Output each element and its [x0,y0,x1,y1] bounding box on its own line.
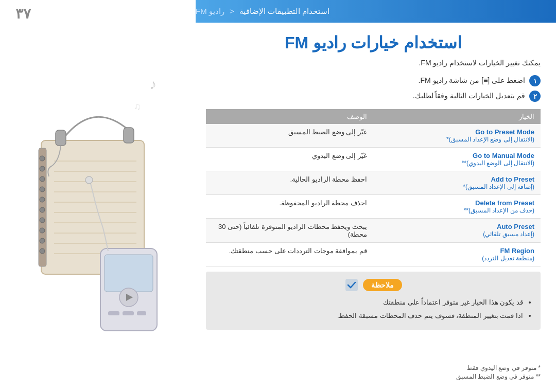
desc-cell: غيّر إلى وضع الضبط المسبق [206,124,373,148]
option-cell: Add to Preset(إضافة إلى الإعداد المسبق)* [373,171,541,195]
table-row: Go to Manual Mode(الانتقال إلى الوضع الي… [206,148,541,171]
page-number: ٣٧ [15,5,31,22]
breadcrumb-right: استخدام التطبيقات الإضافية [239,7,329,15]
option-name: Go to Manual Mode [379,152,534,159]
option-cell: Go to Manual Mode(الانتقال إلى الوضع الي… [373,148,541,171]
illustration-area: ♪ ♫ [0,23,196,392]
option-sub: (حذف من الإعداد المسبق)** [379,207,534,214]
table-body: Go to Preset Mode(الانتقال إلى وضع الإعد… [206,124,541,266]
main-content: استخدام خيارات راديو FM يمكنك تغيير الخي… [196,23,556,340]
svg-point-8 [40,197,45,202]
option-sub: (إضافة إلى الإعداد المسبق)* [379,183,534,190]
subtitle: يمكنك تغيير الخيارات لاستخدام راديو FM. [206,59,541,67]
header-desc: الوصف [206,109,373,124]
table-row: Auto Preset(إعداد مسبق تلقائي)يبحث ويحفظ… [206,219,541,243]
step-1-num: ١ [529,75,541,86]
table-row: FM Region(منطقة تعديل التردد)قم بموافقة … [206,243,541,266]
desc-cell: غيّر إلى وضع اليدوي [206,148,373,171]
svg-rect-34 [345,279,358,291]
svg-point-9 [40,207,45,212]
note-checkmark-icon [344,278,359,292]
option-sub: (إعداد مسبق تلقائي) [379,230,534,238]
svg-point-7 [40,187,45,192]
svg-rect-24 [56,130,66,146]
svg-rect-31 [123,311,134,315]
footer-note-1: * متوفر في وضع اليدوي فقط [456,364,541,371]
note-badge: ملاحظة [363,279,402,291]
desc-cell: يبحث ويحفظ محطات الراديو المتوفرة تلقائي… [206,219,373,243]
table-header: الخيار الوصف [206,109,541,124]
option-name: Add to Preset [379,175,534,183]
table-row: Add to Preset(إضافة إلى الإعداد المسبق)*… [206,171,541,195]
option-sub: (منطقة تعديل التردد) [379,255,534,262]
svg-point-13 [40,248,45,254]
note-box: ملاحظة قد يكون هذا الخيار غير متوفر اعتم… [206,272,541,330]
option-name: FM Region [379,247,534,255]
note-list: قد يكون هذا الخيار غير متوفر اعتماداً عل… [213,297,533,320]
svg-point-4 [40,156,45,161]
desc-cell: احفظ محطة الراديو الحالية. [206,171,373,195]
option-sub: (الانتقال إلى الوضع اليدوي)** [379,159,534,167]
header-option: الخيار [373,109,541,124]
step-2-text: قم بتعديل الخيارات التالية وفقاً لطلبك. [413,91,525,101]
svg-text:♫: ♫ [134,101,141,112]
option-name: Go to Preset Mode [379,128,534,136]
option-cell: FM Region(منطقة تعديل التردد) [373,243,541,266]
step-2-num: ٢ [529,91,541,102]
footer-note-2: ** متوفر في وضع الضبط المسبق [456,373,541,380]
note-header: ملاحظة [213,278,533,292]
svg-rect-32 [137,311,146,315]
step-1-text: اضغط على [≡] من شاشة راديو FM. [419,75,525,86]
svg-text:♪: ♪ [149,76,157,92]
option-sub: (الانتقال إلى وضع الإعداد المسبق)* [379,136,534,143]
breadcrumb: استخدام التطبيقات الإضافية < راديو FM [196,7,329,16]
note-item: قد يكون هذا الخيار غير متوفر اعتماداً عل… [213,297,523,308]
svg-point-5 [40,166,45,171]
option-name: Auto Preset [379,223,534,230]
svg-rect-30 [108,311,119,315]
table-row: Go to Preset Mode(الانتقال إلى وضع الإعد… [206,124,541,148]
svg-point-33 [85,176,93,184]
table-row: Delete from Preset(حذف من الإعداد المسبق… [206,195,541,219]
svg-point-11 [40,228,45,233]
svg-rect-27 [105,255,153,292]
option-name: Delete from Preset [379,199,534,207]
top-header: استخدام التطبيقات الإضافية < راديو FM [196,0,556,23]
step-1: ١ اضغط على [≡] من شاشة راديو FM. [206,75,541,86]
svg-rect-25 [124,128,134,143]
breadcrumb-arrow: < [228,7,234,15]
breadcrumb-left: راديو FM [196,7,224,15]
footer-notes: * متوفر في وضع اليدوي فقط ** متوفر في وض… [456,364,541,382]
svg-point-12 [40,238,45,243]
desc-cell: احذف محطة الراديو المحفوظة. [206,195,373,219]
options-table: الخيار الوصف Go to Preset Mode(الانتقال … [206,109,541,266]
step-2: ٢ قم بتعديل الخيارات التالية وفقاً لطلبك… [206,91,541,102]
main-title: استخدام خيارات راديو FM [206,33,541,52]
note-item: اذا قمت بتغيير المنطقة، فسوف يتم حذف الم… [213,311,523,321]
svg-point-10 [40,218,45,223]
option-cell: Delete from Preset(حذف من الإعداد المسبق… [373,195,541,219]
svg-point-6 [40,176,45,182]
option-cell: Auto Preset(إعداد مسبق تلقائي) [373,219,541,243]
option-cell: Go to Preset Mode(الانتقال إلى وضع الإعد… [373,124,541,148]
desc-cell: قم بموافقة موجات الترددات على حسب منطقتك… [206,243,373,266]
